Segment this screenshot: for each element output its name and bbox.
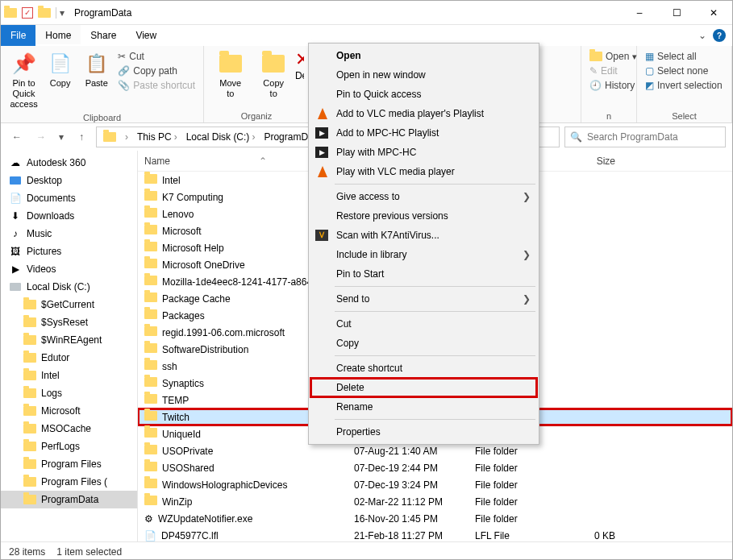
context-menu-item[interactable]: ▶Add to MPC-HC Playlist xyxy=(310,123,537,143)
tab-view[interactable]: View xyxy=(126,25,166,46)
tree-icon: ▶ xyxy=(9,263,22,276)
edit-button[interactable]: ✎Edit xyxy=(589,65,637,77)
copy-button[interactable]: 📄 Copy xyxy=(42,49,78,89)
tree-item[interactable]: ▶Videos xyxy=(1,260,137,278)
tree-item[interactable]: Intel xyxy=(1,367,137,384)
tree-item[interactable]: MSOCache xyxy=(1,420,137,438)
context-menu-item[interactable]: Pin to Start xyxy=(310,264,537,284)
file-row[interactable]: ⚙WZUpdateNotifier.exe16-Nov-20 1:45 PMFi… xyxy=(138,510,732,527)
tree-icon xyxy=(23,316,36,329)
context-menu-item[interactable]: Copy xyxy=(310,334,537,353)
tree-item[interactable]: Program Files ( xyxy=(1,473,137,491)
context-menu-item[interactable]: Add to VLC media player's Playlist xyxy=(310,104,537,123)
tree-item[interactable]: ⬇Downloads xyxy=(1,207,137,225)
qat-checkbox[interactable]: ✓ xyxy=(22,7,33,19)
tree-item[interactable]: ☁Autodesk 360 xyxy=(1,154,137,172)
pin-to-quick-access-button[interactable]: 📌 Pin to Quick access xyxy=(6,49,42,110)
tab-home[interactable]: Home xyxy=(35,25,81,46)
paste-button[interactable]: 📋 Paste xyxy=(78,49,115,89)
context-menu-item[interactable]: Pin to Quick access xyxy=(310,85,537,104)
file-row[interactable]: WindowsHolographicDevices07-Dec-19 3:24 … xyxy=(138,476,732,493)
select-none-button[interactable]: ▢Select none xyxy=(645,65,723,77)
tree-icon xyxy=(23,475,36,488)
tree-item[interactable]: Microsoft xyxy=(1,402,137,420)
row-date: 16-Nov-20 1:45 PM xyxy=(348,513,469,525)
paste-shortcut-button[interactable]: 📎Paste shortcut xyxy=(118,80,195,91)
help-icon[interactable]: ? xyxy=(713,29,726,42)
context-menu-item[interactable]: Properties xyxy=(310,422,537,442)
tree-item[interactable]: 🖼Pictures xyxy=(1,243,137,260)
invert-selection-button[interactable]: ◩Invert selection xyxy=(645,80,723,91)
forward-button[interactable]: → xyxy=(31,127,51,147)
back-button[interactable]: ← xyxy=(7,127,27,147)
tree-item[interactable]: Edutor xyxy=(1,349,137,367)
row-name: WindowsHolographicDevices xyxy=(162,479,287,491)
tree-item[interactable]: $GetCurrent xyxy=(1,296,137,313)
ribbon-expand[interactable]: ⌄ xyxy=(698,30,706,41)
history-button[interactable]: 🕘History xyxy=(589,80,637,91)
row-name: USOShared xyxy=(162,463,214,474)
copy-path-button[interactable]: 🔗Copy path xyxy=(118,65,195,77)
context-menu-item[interactable]: Send to❯ xyxy=(310,289,537,309)
qat-dropdown[interactable]: ▾ xyxy=(56,7,65,19)
up-button[interactable]: ↑ xyxy=(72,127,91,147)
row-name: WinZip xyxy=(162,496,192,508)
context-menu-item[interactable]: Delete xyxy=(310,378,537,397)
file-row[interactable]: USOPrivate07-Aug-21 1:40 AMFile folder xyxy=(138,442,732,459)
context-menu-item[interactable]: Rename xyxy=(310,397,537,417)
tree-icon xyxy=(23,387,36,400)
close-button[interactable]: ✕ xyxy=(695,1,732,25)
tree-item[interactable]: Program Files xyxy=(1,455,137,473)
file-row[interactable]: WinZip02-Mar-22 11:12 PMFile folder xyxy=(138,493,732,510)
search-input[interactable]: 🔍 Search ProgramData xyxy=(564,127,726,147)
tree-item[interactable]: ♪Music xyxy=(1,225,137,243)
row-icon xyxy=(144,326,157,338)
tree-label: Program Files ( xyxy=(41,476,107,487)
row-name: ssh xyxy=(162,361,177,372)
context-menu-label: Delete xyxy=(336,382,364,393)
tree-item[interactable]: 📄Documents xyxy=(1,189,137,207)
tree-icon xyxy=(23,440,36,453)
tree-item[interactable]: Local Disk (C:) xyxy=(1,278,137,296)
context-menu-item[interactable]: Include in library❯ xyxy=(310,245,537,264)
context-menu-item[interactable]: Cut xyxy=(310,314,537,334)
crumb-thispc[interactable]: This PC› xyxy=(134,127,183,147)
file-menu[interactable]: File xyxy=(1,25,35,46)
tree-label: Program Files xyxy=(41,458,102,470)
maximize-button[interactable]: ☐ xyxy=(658,1,695,25)
recent-locations[interactable]: ▾ xyxy=(56,127,67,147)
tree-item[interactable]: ProgramData xyxy=(1,491,137,508)
cut-button[interactable]: ✂Cut xyxy=(118,51,195,62)
row-icon xyxy=(144,174,157,186)
crumb-c[interactable]: Local Disk (C:)› xyxy=(183,127,261,147)
tree-icon xyxy=(23,298,36,311)
tree-item[interactable]: $SysReset xyxy=(1,313,137,331)
move-to-button[interactable]: Move to xyxy=(209,49,252,99)
context-menu-item[interactable]: Open xyxy=(310,46,537,65)
delete-button-partial[interactable]: ✕ De xyxy=(295,49,304,81)
copy-to-button[interactable]: Copy to xyxy=(252,49,294,99)
context-menu-item[interactable]: Create shortcut xyxy=(310,359,537,378)
tab-share[interactable]: Share xyxy=(81,25,126,46)
context-menu-item[interactable]: ▶Play with MPC-HC xyxy=(310,143,537,162)
context-menu-item[interactable]: Open in new window xyxy=(310,65,537,85)
open-button[interactable]: Open ▾ xyxy=(589,51,637,62)
navigation-tree[interactable]: ☁Autodesk 360Desktop📄Documents⬇Downloads… xyxy=(1,151,138,541)
context-menu-item[interactable]: Play with VLC media player xyxy=(310,162,537,181)
context-menu-label: Add to MPC-HC Playlist xyxy=(336,127,439,139)
file-row[interactable]: USOShared07-Dec-19 2:44 PMFile folder xyxy=(138,459,732,476)
context-menu-item[interactable]: Restore previous versions xyxy=(310,206,537,226)
tree-item[interactable]: PerfLogs xyxy=(1,438,137,455)
select-all-button[interactable]: ▦Select all xyxy=(645,51,723,62)
qat-folder-icon[interactable] xyxy=(38,8,51,18)
context-menu-label: Pin to Quick access xyxy=(336,89,421,100)
minimize-button[interactable]: – xyxy=(621,1,658,25)
file-row[interactable]: 📄DP45977C.lfl21-Feb-18 11:27 PMLFL File0… xyxy=(138,527,732,541)
tree-item[interactable]: Desktop xyxy=(1,172,137,189)
context-menu-item[interactable]: ⅤScan with K7AntiVirus... xyxy=(310,226,537,245)
context-menu-item[interactable]: Give access to❯ xyxy=(310,187,537,206)
tree-item[interactable]: Logs xyxy=(1,384,137,402)
tree-item[interactable]: $WinREAgent xyxy=(1,331,137,349)
tree-icon: ☁ xyxy=(9,156,22,169)
tree-label: Desktop xyxy=(27,175,62,186)
